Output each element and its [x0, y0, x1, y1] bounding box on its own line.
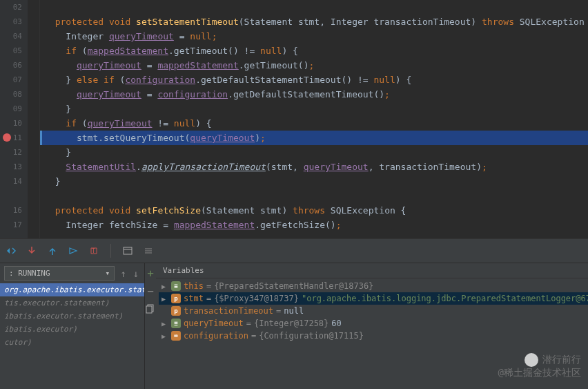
svg-text:T: T — [92, 248, 95, 254]
frames-panel: : RUNNING ▾ ↑ ↓ org.apache.ibatis.execut… — [0, 263, 145, 389]
copy-icon[interactable] — [145, 303, 156, 314]
stack-frame[interactable]: tis.executor.statement) — [0, 296, 144, 310]
expand-icon[interactable]: ▶ — [161, 283, 168, 290]
stack-frame[interactable]: ibatis.executor) — [0, 323, 144, 336]
thread-selector[interactable]: : RUNNING ▾ — [4, 266, 115, 281]
step-over-icon[interactable] — [6, 245, 17, 256]
variable-row[interactable]: ▶ p transactionTimeout = null — [159, 305, 588, 317]
variable-row[interactable]: ▶ ≡ this = {PreparedStatementHandler@187… — [159, 280, 588, 292]
code-editor[interactable]: protected void setStatementTimeout(State… — [40, 0, 588, 238]
evaluate-icon[interactable] — [122, 245, 133, 256]
svg-rect-1 — [124, 247, 132, 254]
remove-watch-icon[interactable]: − — [145, 285, 156, 296]
step-into-icon[interactable] — [26, 245, 37, 256]
variable-row[interactable]: ▶ ∞ configuration = {Configuration@17115… — [159, 330, 588, 342]
frame-down-icon[interactable]: ↓ — [132, 268, 140, 279]
variables-header: Variables — [156, 263, 588, 278]
expand-icon[interactable]: ▶ — [161, 332, 168, 340]
variables-toolbar: + − — [145, 263, 156, 389]
chevron-down-icon: ▾ — [106, 269, 110, 278]
param-icon: p — [171, 306, 181, 316]
stack-frame[interactable]: org.apache.ibatis.executor.statement) — [0, 283, 144, 296]
run-to-cursor-icon[interactable] — [68, 245, 79, 256]
expand-icon[interactable]: ▶ — [161, 320, 168, 328]
drop-frame-icon[interactable]: T — [88, 245, 99, 256]
variable-row[interactable]: ▶ p stmt = {$Proxy347@18737} "org.apache… — [159, 292, 588, 305]
object-icon: ≡ — [171, 281, 181, 291]
stack-frame[interactable]: cutor) — [0, 336, 144, 349]
frame-up-icon[interactable]: ↑ — [119, 268, 127, 279]
debug-toolbar: T — [0, 238, 588, 263]
breakpoint-icon[interactable] — [3, 133, 11, 142]
variables-panel: Variables ▶ ≡ this = {PreparedStatementH… — [156, 263, 588, 389]
step-out-icon[interactable] — [47, 245, 58, 256]
field-icon: ∞ — [171, 331, 181, 341]
fold-gutter — [28, 0, 40, 238]
line-gutter: 02 03 04 05 06 07 08 09 10 11 12 13 14 1… — [0, 0, 28, 238]
stack-frame[interactable]: ibatis.executor.statement) — [0, 310, 144, 323]
variable-row[interactable]: ▶ ≡ queryTimeout = {Integer@17258} 60 — [159, 317, 588, 330]
object-icon: ≡ — [171, 319, 181, 328]
expand-icon[interactable]: ▶ — [161, 295, 168, 303]
add-watch-icon[interactable]: + — [145, 267, 156, 278]
param-icon: p — [171, 294, 181, 303]
current-execution-line: stmt.setQueryTimeout(queryTimeout); — [40, 131, 588, 145]
svg-rect-7 — [146, 306, 152, 313]
more-icon[interactable] — [143, 245, 154, 256]
